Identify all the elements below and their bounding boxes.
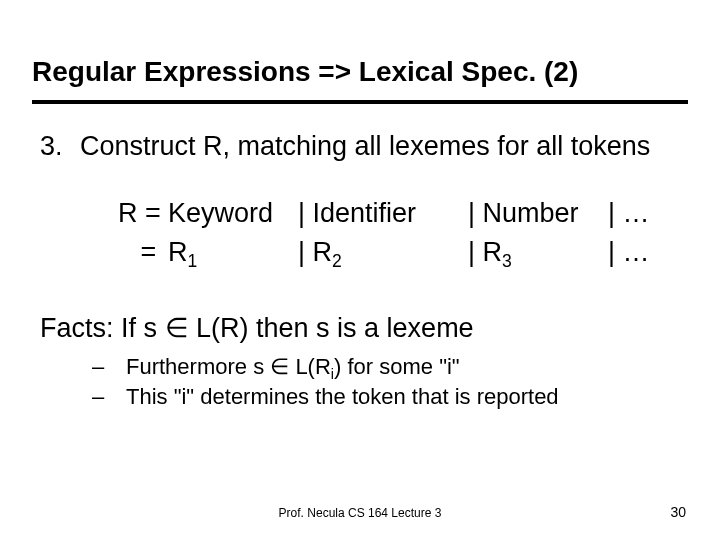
slide: Regular Expressions => Lexical Spec. (2)… [0, 0, 720, 540]
bullet-text: Construct R, matching all lexemes for al… [80, 130, 650, 164]
grammar-r2-c1-sub: 1 [188, 251, 198, 271]
element-of-icon: ∈ [270, 354, 289, 379]
sub1-pre: Furthermore s [126, 354, 270, 379]
element-of-icon: ∈ [165, 313, 189, 343]
grammar-r2-c4: | … [608, 233, 658, 272]
grammar-r1-c2: | Identifier [298, 194, 468, 233]
grammar-r2-c1-pre: R [168, 237, 188, 267]
bullet-3: 3. Construct R, matching all lexemes for… [40, 130, 680, 164]
grammar-r2-c3-sub: 3 [502, 251, 512, 271]
slide-body: 3. Construct R, matching all lexemes for… [40, 130, 680, 411]
title-underline [32, 100, 688, 104]
sub2-text: This "i" determines the token that is re… [126, 382, 559, 412]
grammar-r2-c3: | R3 [468, 233, 608, 272]
grammar-r2-c0: = [118, 233, 168, 272]
grammar-block: R = Keyword | Identifier | Number | … = … [118, 194, 680, 272]
grammar-r1-c4: | … [608, 194, 658, 233]
bullet-number: 3. [40, 130, 80, 164]
grammar-row-1: R = Keyword | Identifier | Number | … [118, 194, 680, 233]
sub1-post: ) for some "i" [334, 354, 460, 379]
grammar-row-2: = R1 | R2 | R3 | … [118, 233, 680, 272]
grammar-r1-c3: | Number [468, 194, 608, 233]
facts-mid: L(R) then s is a lexeme [189, 313, 474, 343]
grammar-r2-c2: | R2 [298, 233, 468, 272]
page-number: 30 [670, 504, 686, 520]
facts-line: Facts: If s ∈ L(R) then s is a lexeme [40, 312, 680, 344]
grammar-r1-c0: R = [118, 194, 168, 233]
sub1-text: Furthermore s ∈ L(Ri) for some "i" [126, 352, 460, 382]
grammar-r2-c3-pre: | R [468, 237, 502, 267]
slide-title: Regular Expressions => Lexical Spec. (2) [32, 56, 688, 88]
sub-bullet-1: – Furthermore s ∈ L(Ri) for some "i" [92, 352, 680, 382]
dash-icon: – [92, 382, 126, 412]
grammar-r1-c1: Keyword [168, 194, 298, 233]
grammar-r2-c1: R1 [168, 233, 298, 272]
sub1-mid: L(R [289, 354, 331, 379]
sub-bullets: – Furthermore s ∈ L(Ri) for some "i" – T… [92, 352, 680, 411]
grammar-r2-c2-sub: 2 [332, 251, 342, 271]
grammar-r2-c2-pre: | R [298, 237, 332, 267]
sub-bullet-2: – This "i" determines the token that is … [92, 382, 680, 412]
dash-icon: – [92, 352, 126, 382]
footer-center: Prof. Necula CS 164 Lecture 3 [0, 506, 720, 520]
facts-pre: Facts: If s [40, 313, 165, 343]
